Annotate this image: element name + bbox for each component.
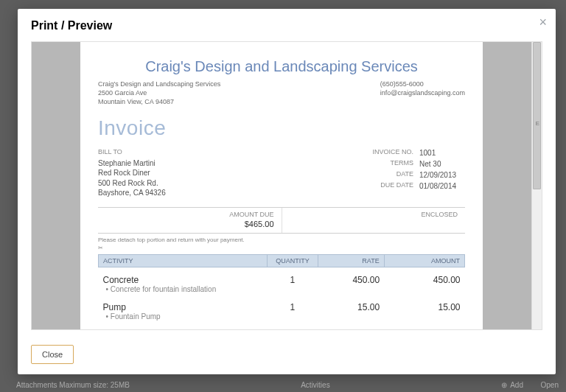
- item-qty: 1: [267, 267, 318, 295]
- date-label: DATE: [396, 169, 413, 181]
- page-margin-left: [32, 42, 80, 329]
- bill-to-addr1: 500 Red Rock Rd.: [98, 178, 166, 189]
- terms-label: TERMS: [391, 158, 414, 169]
- invoice-no-label: INVOICE NO.: [372, 147, 413, 158]
- table-body: Concrete • Concrete for fountain install…: [99, 267, 465, 322]
- terms-value: Net 30: [419, 158, 465, 169]
- col-rate: RATE: [318, 254, 384, 267]
- company-email: info@craigslandscaping.com: [380, 88, 465, 97]
- item-rate: 450.00: [318, 267, 384, 295]
- scissors-icon: ✂: [98, 245, 465, 251]
- item-desc: • Concrete for fountain installation: [103, 285, 263, 293]
- bg-add-label: Add: [510, 381, 523, 389]
- bg-add-icon: ⊕: [501, 381, 507, 389]
- close-button[interactable]: Close: [31, 345, 74, 364]
- bg-addopen: ⊕ Add Open: [501, 381, 559, 389]
- bill-to-name: Stephanie Martini: [98, 158, 166, 169]
- modal-footer: Close: [18, 337, 556, 374]
- item-name: Pump: [103, 302, 263, 312]
- company-addr1: 2500 Garcia Ave: [98, 88, 220, 97]
- enclosed-cell: ENCLOSED: [282, 208, 466, 233]
- company-phone: (650)555-6000: [380, 80, 465, 88]
- company-title: Craig's Design and Landscaping Services: [98, 58, 465, 75]
- amount-due-label: AMOUNT DUE: [105, 211, 274, 218]
- detach-note: Please detach top portion and return wit…: [98, 237, 465, 243]
- due-date-label: DUE DATE: [380, 181, 413, 192]
- invoice-page: Craig's Design and Landscaping Services …: [80, 42, 483, 329]
- item-desc: • Fountain Pump: [103, 312, 263, 321]
- scrollbar-thumb[interactable]: [533, 42, 541, 189]
- enclosed-label: ENCLOSED: [290, 211, 458, 218]
- company-addr2: Mountain View, CA 94087: [98, 97, 220, 106]
- print-preview-modal: × Print / Preview Craig's Design and Lan…: [18, 9, 556, 374]
- item-qty: 1: [267, 295, 318, 322]
- bill-to-label: BILL TO: [98, 147, 166, 156]
- date-value: 12/09/2013: [419, 169, 465, 181]
- item-amount: 450.00: [384, 267, 464, 295]
- bg-activities-label: Activities: [301, 381, 329, 389]
- item-activity: Pump • Fountain Pump: [99, 295, 268, 322]
- scrollbar-marker: E: [536, 120, 539, 127]
- line-items-table: ACTIVITY QUANTITY RATE AMOUNT Concrete •…: [98, 254, 465, 322]
- amount-due-value: $465.00: [105, 220, 274, 228]
- document-title: Invoice: [98, 116, 465, 140]
- item-activity: Concrete • Concrete for fountain install…: [99, 267, 268, 295]
- table-row: Concrete • Concrete for fountain install…: [99, 267, 465, 295]
- col-quantity: QUANTITY: [267, 254, 318, 267]
- due-date-value: 01/08/2014: [419, 181, 465, 192]
- letterhead: Craig's Design and Landscaping Services …: [98, 80, 465, 106]
- modal-header: Print / Preview: [18, 9, 556, 37]
- amount-due-cell: AMOUNT DUE $465.00: [98, 208, 282, 233]
- company-contact-block: (650)555-6000 info@craigslandscaping.com: [380, 80, 465, 106]
- background-footer: Attachments Maximum size: 25MB Activitie…: [16, 381, 559, 389]
- col-amount: AMOUNT: [384, 254, 464, 267]
- close-icon[interactable]: ×: [539, 15, 547, 30]
- invoice-info-block: INVOICE NO.1001 TERMSNet 30 DATE12/09/20…: [372, 147, 465, 197]
- item-name: Concrete: [103, 275, 263, 285]
- bg-attachments-label: Attachments Maximum size: 25MB: [16, 381, 130, 389]
- company-name: Craig's Design and Landscaping Services: [98, 80, 220, 88]
- item-rate: 15.00: [318, 295, 384, 322]
- scrollbar-track[interactable]: E: [531, 42, 542, 329]
- modal-title: Print / Preview: [31, 19, 542, 32]
- item-amount: 15.00: [384, 295, 464, 322]
- bill-to-block: BILL TO Stephanie Martini Red Rock Diner…: [98, 147, 166, 197]
- table-header-row: ACTIVITY QUANTITY RATE AMOUNT: [99, 254, 465, 267]
- preview-viewport: Craig's Design and Landscaping Services …: [31, 41, 542, 330]
- bill-to-company: Red Rock Diner: [98, 168, 166, 178]
- table-row: Pump • Fountain Pump 1 15.00 15.00: [99, 295, 465, 322]
- company-address-block: Craig's Design and Landscaping Services …: [98, 80, 220, 106]
- amount-due-enclosed-row: AMOUNT DUE $465.00 ENCLOSED: [98, 207, 465, 234]
- invoice-meta: BILL TO Stephanie Martini Red Rock Diner…: [98, 147, 465, 197]
- bg-open-label: Open: [541, 381, 559, 389]
- bill-to-addr2: Bayshore, CA 94326: [98, 188, 166, 198]
- col-activity: ACTIVITY: [99, 254, 268, 267]
- page-margin-right: [483, 42, 531, 329]
- invoice-no-value: 1001: [419, 147, 465, 158]
